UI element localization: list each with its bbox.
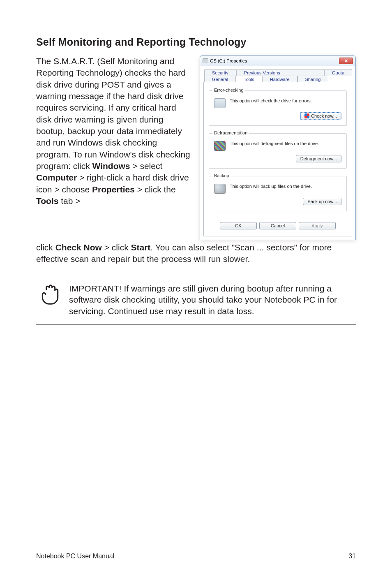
shield-icon <box>304 113 309 118</box>
tab-security[interactable]: Security <box>204 69 236 76</box>
bold-tools: Tools <box>36 196 58 206</box>
intro-text-4: > click the <box>135 185 176 194</box>
titlebar-left: OS (C:) Properties <box>203 58 247 63</box>
backup-icon <box>214 184 226 194</box>
properties-dialog: OS (C:) Properties ✕ Security Previous V… <box>200 56 356 240</box>
error-checking-group: Error-checking This option will check th… <box>209 90 347 126</box>
close-button[interactable]: ✕ <box>339 58 353 64</box>
tabs-area: Security Previous Versions Quota General… <box>200 66 355 240</box>
defragmentation-group: Defragmentation This option will defragm… <box>209 133 347 169</box>
intro-text-5: tab > <box>58 196 80 206</box>
cancel-button[interactable]: Cancel <box>259 222 296 229</box>
tab-quota[interactable]: Quota <box>324 69 352 76</box>
dialog-title: OS (C:) Properties <box>210 58 247 63</box>
footer-page-number: 31 <box>348 553 356 560</box>
page-footer: Notebook PC User Manual 31 <box>36 553 356 560</box>
hand-stop-icon <box>39 283 62 306</box>
backup-label: Backup <box>212 173 231 178</box>
dialog-titlebar: OS (C:) Properties ✕ <box>200 56 355 66</box>
defragment-icon <box>214 141 226 151</box>
backup-text: This option will back up files on the dr… <box>230 184 312 189</box>
continuation-paragraph: click Check Now > click Start. You can a… <box>36 242 356 265</box>
important-text: IMPORTANT! If warnings are still given d… <box>69 283 356 317</box>
error-checking-label: Error-checking <box>212 88 245 93</box>
bold-windows: Windows <box>92 161 130 171</box>
disk-check-icon <box>214 98 226 108</box>
tools-panel: Error-checking This option will check th… <box>203 82 352 236</box>
check-now-button[interactable]: Check now... <box>300 112 341 120</box>
close-icon: ✕ <box>344 58 348 64</box>
error-checking-text: This option will check the drive for err… <box>230 98 312 103</box>
apply-button[interactable]: Apply <box>299 222 336 229</box>
tabs-row-back: Security Previous Versions Quota <box>204 69 352 76</box>
drive-icon <box>203 58 208 63</box>
defragmentation-label: Defragmentation <box>212 130 249 135</box>
defragment-now-button[interactable]: Defragment now... <box>296 155 341 162</box>
back-up-now-button[interactable]: Back up now... <box>303 198 341 205</box>
bold-start: Start <box>131 243 150 252</box>
intro-paragraph: The S.M.A.R.T. (Self Monitoring and Repo… <box>36 56 193 207</box>
bold-check-now: Check Now <box>55 243 102 252</box>
dialog-button-row: OK Cancel Apply <box>209 219 347 229</box>
bold-properties: Properties <box>92 185 135 194</box>
footer-left: Notebook PC User Manual <box>36 553 114 560</box>
check-now-label: Check now... <box>311 113 337 118</box>
cont-text-1: click <box>36 243 55 252</box>
defragmentation-text: This option will defragment files on the… <box>230 141 319 146</box>
intro-text-2: > select <box>130 161 163 171</box>
tab-previous-versions[interactable]: Previous Versions <box>236 69 324 76</box>
cont-text-2: > click <box>102 243 131 252</box>
intro-text-1: The S.M.A.R.T. (Self Monitoring and Repo… <box>36 56 190 171</box>
tab-tools[interactable]: Tools <box>236 76 262 83</box>
backup-group: Backup This option will back up files on… <box>209 176 347 211</box>
tabs-row-front: General Tools Hardware Sharing <box>204 75 352 82</box>
section-heading: Self Monitoring and Reporting Technology <box>36 36 356 48</box>
important-callout: IMPORTANT! If warnings are still given d… <box>36 277 356 325</box>
bold-computer: Computer <box>36 173 77 182</box>
content-row: The S.M.A.R.T. (Self Monitoring and Repo… <box>36 56 356 240</box>
ok-button[interactable]: OK <box>220 222 257 229</box>
